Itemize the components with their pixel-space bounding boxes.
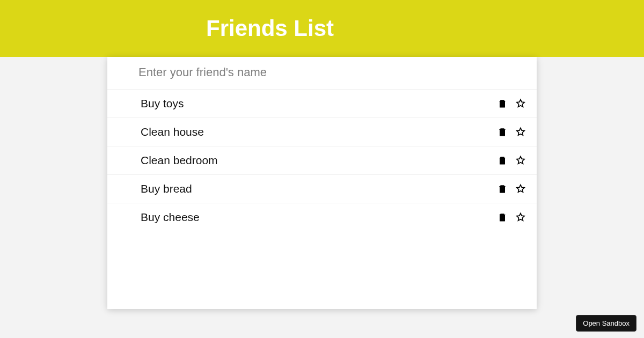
- star-icon: [515, 98, 526, 109]
- friends-card: Buy toysClean houseClean bedroomBuy brea…: [107, 57, 537, 309]
- page-header: Friends List: [0, 0, 644, 57]
- item-label: Clean bedroom: [141, 154, 492, 167]
- star-icon: [515, 155, 526, 166]
- trash-icon: [497, 183, 508, 194]
- page-title: Friends List: [206, 16, 334, 41]
- favorite-button[interactable]: [513, 96, 528, 111]
- star-icon: [515, 127, 526, 137]
- delete-button[interactable]: [495, 181, 510, 196]
- favorite-button[interactable]: [513, 153, 528, 168]
- open-sandbox-button[interactable]: Open Sandbox: [576, 315, 636, 332]
- list-item: Buy cheese: [107, 203, 537, 231]
- list-item: Clean bedroom: [107, 146, 537, 174]
- item-label: Buy toys: [141, 97, 492, 110]
- item-label: Clean house: [141, 126, 492, 138]
- trash-icon: [497, 127, 508, 137]
- list-item: Buy toys: [107, 89, 537, 117]
- list-item: Buy bread: [107, 174, 537, 203]
- favorite-button[interactable]: [513, 124, 528, 139]
- trash-icon: [497, 155, 508, 166]
- input-row: [107, 57, 537, 89]
- favorite-button[interactable]: [513, 210, 528, 225]
- delete-button[interactable]: [495, 153, 510, 168]
- friends-list: Buy toysClean houseClean bedroomBuy brea…: [107, 89, 537, 231]
- item-label: Buy bread: [141, 182, 492, 195]
- trash-icon: [497, 212, 508, 223]
- star-icon: [515, 212, 526, 223]
- favorite-button[interactable]: [513, 181, 528, 196]
- delete-button[interactable]: [495, 96, 510, 111]
- friend-name-input[interactable]: [138, 65, 506, 79]
- list-item: Clean house: [107, 117, 537, 146]
- delete-button[interactable]: [495, 124, 510, 139]
- item-label: Buy cheese: [141, 211, 492, 224]
- delete-button[interactable]: [495, 210, 510, 225]
- star-icon: [515, 183, 526, 194]
- trash-icon: [497, 98, 508, 109]
